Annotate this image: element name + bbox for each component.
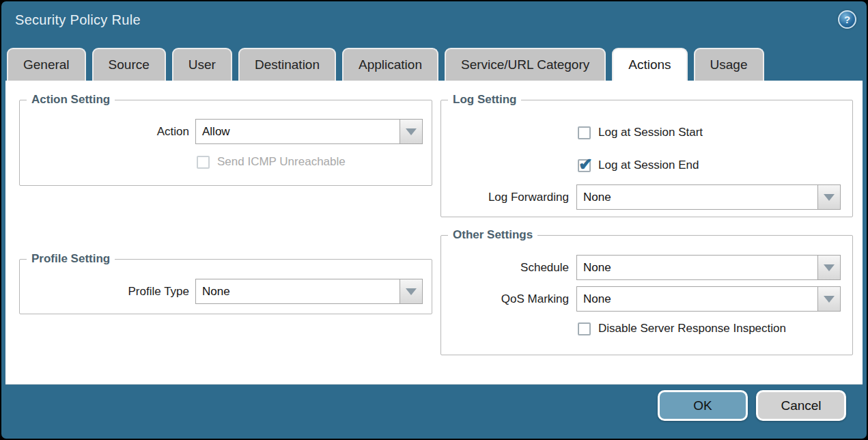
schedule-dropdown-button[interactable] [818, 255, 841, 280]
security-policy-rule-dialog: Security Policy Rule ? General Source Us… [0, 0, 868, 440]
action-dropdown-button[interactable] [400, 119, 423, 144]
help-icon[interactable]: ? [838, 10, 856, 29]
cancel-button[interactable]: Cancel [756, 390, 846, 421]
qos-marking-label: QoS Marking [441, 292, 569, 306]
log-session-end-label: Log at Session End [598, 159, 699, 172]
tab-destination[interactable]: Destination [238, 48, 336, 81]
chevron-down-icon [824, 264, 835, 271]
profile-type-dropdown-value: None [195, 279, 400, 304]
disable-server-response-inspection-label: Disable Server Response Inspection [598, 322, 786, 335]
dialog-title: Security Policy Rule [15, 12, 141, 28]
tab-usage[interactable]: Usage [694, 48, 764, 81]
profile-type-dropdown-button[interactable] [400, 279, 423, 304]
qos-marking-dropdown-value: None [576, 286, 818, 312]
ok-button[interactable]: OK [658, 390, 748, 421]
tab-general[interactable]: General [7, 48, 86, 81]
other-settings-group: Other Settings Schedule None QoS Marking… [440, 235, 853, 355]
qos-marking-dropdown-button[interactable] [818, 286, 841, 312]
log-session-start-label: Log at Session Start [598, 126, 703, 139]
disable-server-response-inspection-checkbox[interactable] [578, 322, 591, 335]
log-setting-legend: Log Setting [448, 93, 521, 107]
action-dropdown-value: Allow [195, 119, 400, 144]
profile-type-dropdown[interactable]: None [195, 279, 423, 304]
qos-marking-dropdown[interactable]: None [576, 286, 841, 312]
schedule-dropdown-value: None [576, 255, 818, 280]
chevron-down-icon [824, 194, 835, 201]
schedule-dropdown[interactable]: None [576, 255, 841, 280]
action-setting-legend: Action Setting [27, 93, 115, 107]
action-label: Action [20, 125, 189, 139]
log-forwarding-dropdown[interactable]: None [576, 184, 841, 210]
chevron-down-icon [406, 128, 417, 135]
action-setting-group: Action Setting Action Allow Send ICMP Un… [19, 100, 432, 186]
chevron-down-icon [406, 288, 417, 295]
chevron-down-icon [824, 296, 835, 303]
tab-content-panel: Action Setting Action Allow Send ICMP Un… [5, 81, 863, 385]
action-dropdown[interactable]: Allow [195, 119, 423, 144]
log-forwarding-dropdown-value: None [576, 184, 818, 210]
send-icmp-unreachable-label: Send ICMP Unreachable [217, 155, 346, 169]
log-forwarding-dropdown-button[interactable] [818, 184, 841, 210]
profile-setting-legend: Profile Setting [27, 252, 115, 266]
log-session-start-checkbox[interactable] [578, 126, 591, 139]
tab-application[interactable]: Application [342, 48, 438, 81]
log-forwarding-label: Log Forwarding [441, 191, 569, 204]
tab-source[interactable]: Source [92, 48, 166, 81]
tab-user[interactable]: User [172, 48, 232, 81]
send-icmp-unreachable-checkbox[interactable] [197, 156, 210, 169]
schedule-label: Schedule [441, 261, 569, 275]
tab-service-url-category[interactable]: Service/URL Category [445, 48, 606, 81]
tab-bar: General Source User Destination Applicat… [7, 48, 764, 81]
log-session-end-checkbox[interactable] [578, 159, 591, 172]
profile-setting-group: Profile Setting Profile Type None [19, 259, 432, 314]
tab-actions[interactable]: Actions [612, 48, 687, 81]
other-settings-legend: Other Settings [448, 228, 537, 242]
profile-type-label: Profile Type [20, 285, 189, 299]
log-setting-group: Log Setting Log at Session Start Log at … [440, 100, 853, 217]
